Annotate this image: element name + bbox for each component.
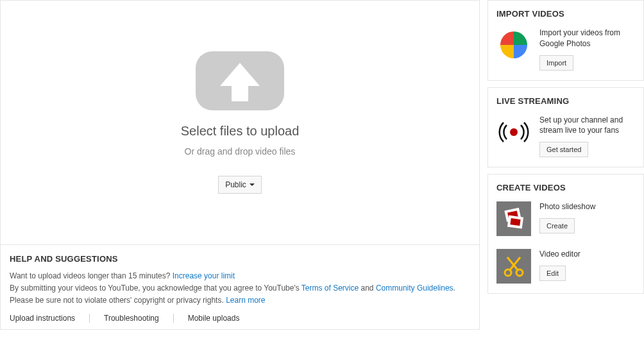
slideshow-icon (496, 201, 531, 236)
learn-more-link[interactable]: Learn more (226, 296, 265, 305)
live-broadcast-icon (496, 115, 531, 149)
upload-arrow-icon (196, 51, 284, 112)
troubleshooting-link[interactable]: Troubleshooting (90, 314, 174, 323)
live-heading: LIVE STREAMING (496, 96, 635, 106)
live-desc: Set up your channel and stream live to y… (539, 115, 635, 137)
create-videos-card: CREATE VIDEOS Photo slideshow Create (487, 174, 644, 294)
google-photos-icon (496, 28, 531, 62)
live-streaming-card: LIVE STREAMING Set up your channel and s… (487, 87, 644, 168)
privacy-label: Public (225, 180, 246, 189)
increase-limit-link[interactable]: Increase your limit (173, 271, 235, 280)
import-button[interactable]: Import (539, 55, 573, 71)
help-heading: HELP AND SUGGESTIONS (10, 254, 470, 264)
svg-point-1 (510, 128, 518, 136)
scissors-icon (496, 249, 531, 284)
slideshow-title: Photo slideshow (539, 201, 595, 212)
upload-instructions-link[interactable]: Upload instructions (10, 314, 90, 323)
chevron-down-icon (250, 183, 255, 186)
help-links-row: Upload instructions Troubleshooting Mobi… (10, 314, 470, 323)
tos-link[interactable]: Terms of Service (301, 284, 359, 293)
help-panel: HELP AND SUGGESTIONS Want to upload vide… (0, 245, 480, 330)
import-desc: Import your videos from Google Photos (539, 28, 635, 49)
get-started-button[interactable]: Get started (539, 142, 588, 157)
import-heading: IMPORT VIDEOS (496, 9, 635, 19)
edit-video-button[interactable]: Edit (539, 266, 566, 281)
svg-rect-5 (510, 218, 520, 226)
mobile-uploads-link[interactable]: Mobile uploads (174, 314, 254, 323)
privacy-dropdown[interactable]: Public (218, 176, 262, 194)
editor-title: Video editor (539, 249, 580, 260)
upload-dropzone[interactable]: Select files to upload Or drag and drop … (0, 0, 480, 245)
create-slideshow-button[interactable]: Create (539, 218, 575, 234)
upload-title: Select files to upload (181, 124, 300, 139)
create-heading: CREATE VIDEOS (496, 183, 635, 192)
import-videos-card: IMPORT VIDEOS Import your videos from Go… (487, 0, 644, 81)
guidelines-link[interactable]: Community Guidelines (376, 284, 453, 293)
upload-subtitle: Or drag and drop video files (185, 146, 296, 157)
